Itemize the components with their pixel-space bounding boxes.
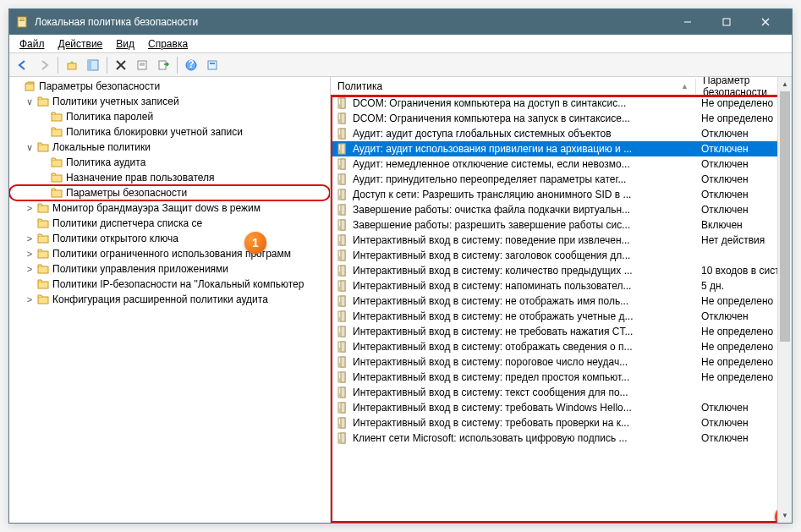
policy-name: Интерактивный вход в систему: напоминать…	[353, 280, 631, 292]
body: Параметры безопасности∨Политики учетных …	[9, 77, 792, 523]
tree-item[interactable]: >Политики ограниченного использования пр…	[9, 246, 330, 261]
svg-rect-102	[341, 433, 345, 443]
list-row[interactable]: Интерактивный вход в систему: текст сооб…	[331, 385, 792, 400]
list-row[interactable]: Интерактивный вход в систему: требовать …	[331, 400, 792, 415]
tree-panel[interactable]: Параметры безопасности∨Политики учетных …	[9, 77, 331, 523]
tree-item[interactable]: >Конфигурация расширенной политики аудит…	[9, 292, 330, 307]
tree-label: Политики открытого ключа	[52, 233, 178, 244]
policy-name: Интерактивный вход в систему: не отображ…	[353, 310, 633, 322]
scroll-up-button[interactable]: ▲	[778, 77, 792, 91]
svg-point-73	[338, 287, 342, 290]
export-button[interactable]	[153, 55, 173, 75]
tree-item[interactable]: Политики IP-безопасности на "Локальный к…	[9, 277, 330, 292]
list-row[interactable]: Интерактивный вход в систему: не отображ…	[331, 293, 792, 309]
window-title: Локальная политика безопасности	[35, 16, 668, 28]
show-hide-tree-button[interactable]	[83, 55, 103, 75]
forward-button[interactable]	[34, 55, 54, 75]
tree-item[interactable]: Политика аудита	[9, 155, 330, 170]
folder-icon	[50, 156, 63, 169]
svg-rect-87	[341, 357, 345, 367]
scroll-down-button[interactable]: ▼	[778, 508, 792, 523]
tree-item[interactable]: Политики диспетчера списка се	[9, 216, 330, 231]
policy-icon	[336, 112, 349, 125]
refresh-button[interactable]	[202, 55, 222, 75]
list-row[interactable]: DCOM: Ограничения компьютера на запуск в…	[331, 111, 792, 126]
menu-view[interactable]: Вид	[109, 36, 141, 52]
policy-name: Интерактивный вход в систему: предел про…	[353, 371, 629, 383]
properties-button[interactable]	[132, 55, 152, 75]
list-body[interactable]: DCOM: Ограничения компьютера на доступ в…	[331, 96, 792, 523]
help-button[interactable]: ?	[181, 55, 201, 75]
expand-toggle[interactable]: ∨	[23, 142, 36, 153]
policy-icon	[336, 96, 349, 110]
tree-item[interactable]: ∨Локальные политики	[9, 140, 330, 155]
vertical-scrollbar[interactable]: ▲ ▼	[777, 77, 792, 523]
list-row[interactable]: Аудит: принудительно переопределяет пара…	[331, 172, 792, 187]
svg-rect-27	[52, 190, 62, 197]
delete-button[interactable]	[111, 55, 131, 75]
expand-toggle[interactable]: >	[23, 203, 36, 213]
policy-name: Интерактивный вход в систему: не требова…	[353, 326, 633, 337]
menu-action[interactable]: Действие	[52, 36, 110, 52]
svg-rect-81	[341, 326, 345, 337]
tree-label: Конфигурация расширенной политики аудита	[52, 293, 268, 305]
tree-item[interactable]: Назначение прав пользователя	[9, 170, 330, 185]
tree-item[interactable]: ∨Политики учетных записей	[9, 94, 330, 109]
svg-rect-31	[38, 251, 48, 258]
tree-item[interactable]: Параметры безопасности	[9, 185, 330, 200]
list-row[interactable]: DCOM: Ограничения компьютера на доступ в…	[331, 96, 792, 111]
list-row[interactable]: Доступ к сети: Разрешить трансляцию анон…	[331, 187, 792, 202]
list-row[interactable]: Интерактивный вход в систему: поведение …	[331, 233, 792, 248]
scroll-track[interactable]	[778, 91, 792, 508]
tree-item[interactable]: Политика блокировки учетной записи	[9, 124, 330, 140]
list-row[interactable]: Интерактивный вход в систему: напоминать…	[331, 278, 792, 293]
tree-label: Политики IP-безопасности на "Локальный к…	[52, 278, 304, 290]
policy-name: Интерактивный вход в систему: пороговое …	[353, 356, 628, 368]
menu-file[interactable]: Файл	[13, 36, 52, 52]
expand-toggle[interactable]: >	[23, 233, 36, 244]
list-row[interactable]: Завершение работы: очистка файла подкачк…	[331, 202, 792, 217]
list-row[interactable]: Интерактивный вход в систему: требовать …	[331, 415, 792, 431]
expand-toggle[interactable]: ∨	[23, 96, 36, 107]
list-row[interactable]: Интерактивный вход в систему: заголовок …	[331, 248, 792, 263]
list-row[interactable]: Клиент сети Microsoft: использовать цифр…	[331, 431, 792, 446]
toolbar-separator	[58, 57, 58, 74]
tree-item[interactable]: Политика паролей	[9, 109, 330, 124]
expand-toggle[interactable]: >	[23, 249, 36, 259]
folder-icon	[50, 110, 63, 123]
tree-label: Назначение прав пользователя	[66, 172, 215, 184]
toolbar: ?	[9, 53, 792, 77]
list-row[interactable]: Интерактивный вход в систему: количество…	[331, 263, 792, 278]
list-row[interactable]: Интерактивный вход в систему: отображать…	[331, 339, 792, 354]
tree-item[interactable]: >Политики открытого ключа	[9, 231, 330, 246]
svg-rect-18	[208, 61, 217, 69]
list-row[interactable]: Интерактивный вход в систему: не требова…	[331, 324, 792, 339]
svg-rect-24	[38, 145, 48, 151]
scroll-thumb[interactable]	[780, 91, 790, 342]
tree-root[interactable]: Параметры безопасности	[9, 79, 330, 94]
back-button[interactable]	[13, 55, 33, 75]
tree-label: Политика паролей	[66, 111, 153, 123]
close-button[interactable]	[746, 9, 785, 35]
list-row[interactable]: Аудит: аудит использования привилегии на…	[331, 141, 792, 156]
list-row[interactable]: Завершение работы: разрешить завершение …	[331, 217, 792, 233]
expand-toggle[interactable]: >	[23, 294, 36, 304]
tree-item[interactable]: >Монитор брандмауэра Защит dows в режим	[9, 200, 330, 216]
list-row[interactable]: Аудит: аудит доступа глобальных системны…	[331, 126, 792, 141]
list-row[interactable]: Интерактивный вход в систему: предел про…	[331, 370, 792, 385]
minimize-button[interactable]	[668, 9, 707, 35]
svg-rect-21	[38, 99, 48, 106]
expand-toggle[interactable]: >	[23, 264, 36, 274]
column-policy[interactable]: Политика▲	[331, 79, 696, 94]
svg-rect-29	[38, 221, 48, 228]
list-row[interactable]: Интерактивный вход в систему: пороговое …	[331, 354, 792, 370]
up-button[interactable]	[62, 55, 82, 75]
list-row[interactable]: Интерактивный вход в систему: не отображ…	[331, 309, 792, 324]
app-icon	[16, 15, 30, 29]
tree-label: Политики управления приложениями	[52, 263, 228, 275]
tree-item[interactable]: >Политики управления приложениями	[9, 261, 330, 277]
list-row[interactable]: Аудит: немедленное отключение системы, е…	[331, 156, 792, 172]
policy-name: Интерактивный вход в систему: текст сооб…	[353, 387, 628, 398]
maximize-button[interactable]	[707, 9, 746, 35]
menu-help[interactable]: Справка	[141, 36, 195, 52]
